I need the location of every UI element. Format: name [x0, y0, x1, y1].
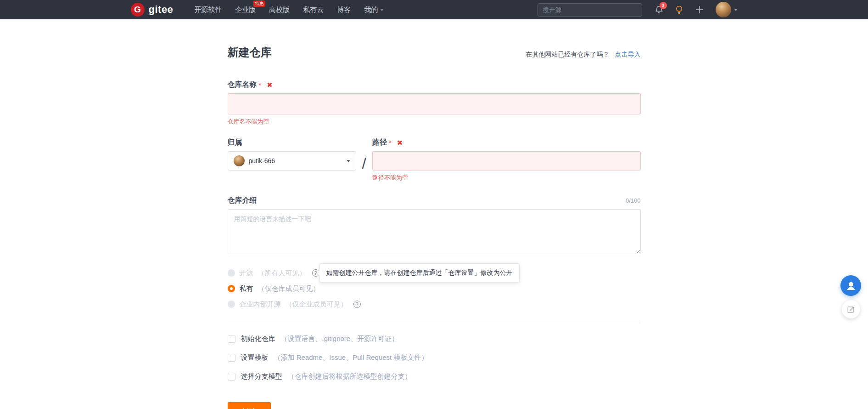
visibility-radio-group: 开源 （所有人可见） ? 如需创建公开仓库，请在创建仓库后通过「仓库设置」修改为… [228, 267, 641, 310]
help-icon[interactable]: ? [353, 301, 361, 308]
chevron-down-icon [347, 160, 350, 162]
path-label: 路径 [372, 138, 387, 148]
path-separator: / [356, 138, 372, 182]
nav-item-private-cloud[interactable]: 私有云 [303, 6, 324, 14]
char-counter: 0/100 [626, 197, 641, 204]
repo-path-input[interactable] [372, 151, 641, 170]
checkbox-hint: （添加 Readme、Issue、Pull Request 模板文件） [274, 353, 428, 362]
checkbox-unchecked-icon[interactable] [228, 373, 235, 381]
visibility-option-private[interactable]: 私有 （仅仓库成员可见） [228, 283, 641, 294]
description-textarea[interactable] [228, 209, 641, 254]
radio-hint: （仅企业成员可见） [286, 300, 347, 309]
lightbulb-button[interactable] [675, 5, 683, 15]
error-x-icon: ✖ [267, 81, 273, 89]
owner-label: 归属 [228, 138, 242, 148]
gitee-logo[interactable]: G gitee [131, 3, 174, 17]
new-repo-form: 新建仓库 在其他网站已经有仓库了吗？ 点击导入 仓库名称 * ✖ 仓库名不能为空… [228, 19, 641, 409]
error-x-icon: ✖ [397, 139, 403, 147]
option-templates: 设置模板 （添加 Readme、Issue、Pull Request 模板文件） [228, 353, 641, 362]
repo-path-error: 路径不能为空 [372, 174, 641, 182]
avatar[interactable] [716, 2, 731, 17]
checkbox-label: 选择分支模型 [241, 372, 282, 381]
nav-item-mine[interactable]: 我的 [364, 6, 384, 14]
required-asterisk: * [389, 139, 392, 147]
search-input[interactable] [538, 3, 642, 17]
radio-unchecked-icon [228, 301, 235, 308]
promo-badge: 特惠 [253, 0, 265, 7]
section-divider [228, 322, 641, 322]
page-title: 新建仓库 [228, 45, 272, 60]
option-branch-model: 选择分支模型 （仓库创建后将根据所选模型创建分支） [228, 372, 641, 381]
chevron-down-icon [380, 9, 384, 11]
brand-name: gitee [149, 4, 174, 16]
checkbox-hint: （设置语言、.gitignore、开源许可证） [281, 335, 399, 343]
customer-service-button[interactable] [840, 275, 861, 296]
edit-icon [846, 305, 855, 314]
person-icon [845, 280, 857, 292]
repo-name-input[interactable] [228, 93, 641, 114]
radio-hint: （仅仓库成员可见） [258, 284, 320, 293]
create-button[interactable]: 创建 [228, 402, 271, 409]
checkbox-unchecked-icon[interactable] [228, 354, 235, 362]
repo-options-group: 初始化仓库 （设置语言、.gitignore、开源许可证） 设置模板 （添加 R… [228, 335, 641, 381]
floating-widgets [840, 275, 861, 318]
visibility-option-internal: 企业内部开源 （仅企业成员可见） ? [228, 299, 641, 310]
nav-item-label: 我的 [364, 6, 378, 14]
import-question: 在其他网站已经有仓库了吗？ [526, 51, 610, 58]
nav-item-education[interactable]: 高校版 [269, 6, 290, 14]
gitee-logo-icon: G [131, 3, 145, 17]
radio-selected-icon[interactable] [228, 285, 235, 292]
radio-label: 企业内部开源 [240, 300, 281, 309]
visibility-option-public: 开源 （所有人可见） ? 如需创建公开仓库，请在创建仓库后通过「仓库设置」修改为… [228, 267, 641, 278]
required-asterisk: * [259, 81, 262, 89]
create-new-button[interactable] [694, 5, 705, 15]
option-init-repo: 初始化仓库 （设置语言、.gitignore、开源许可证） [228, 335, 641, 343]
nav-item-blog[interactable]: 博客 [337, 6, 351, 14]
radio-label: 私有 [240, 284, 253, 293]
notifications-button[interactable]: 3 [655, 5, 664, 14]
lightbulb-icon [675, 5, 683, 15]
nav-item-enterprise[interactable]: 企业版 特惠 [235, 6, 256, 14]
nav-item-label: 企业版 [235, 6, 256, 14]
checkbox-hint: （仓库创建后将根据所选模型创建分支） [288, 372, 412, 381]
repo-name-error: 仓库名不能为空 [228, 118, 641, 126]
checkbox-label: 设置模板 [241, 353, 269, 362]
main-nav: 开源软件 企业版 特惠 高校版 私有云 博客 我的 [194, 6, 384, 14]
checkbox-unchecked-icon[interactable] [228, 335, 235, 343]
chevron-down-icon [734, 9, 738, 11]
visibility-tooltip: 如需创建公开仓库，请在创建仓库后通过「仓库设置」修改为公开 [319, 263, 520, 283]
plus-icon [694, 5, 705, 15]
owner-avatar [234, 155, 245, 166]
checkbox-label: 初始化仓库 [241, 335, 275, 343]
radio-label: 开源 [240, 269, 253, 278]
owner-select[interactable]: putik-666 [228, 151, 356, 170]
user-menu[interactable] [716, 2, 738, 17]
import-link[interactable]: 点击导入 [615, 51, 641, 58]
radio-unchecked-icon [228, 269, 235, 277]
top-navbar: G gitee 开源软件 企业版 特惠 高校版 私有云 博客 我的 [0, 0, 868, 19]
nav-item-opensource[interactable]: 开源软件 [194, 6, 222, 14]
repo-name-label: 仓库名称 [228, 80, 257, 90]
notification-badge: 3 [660, 2, 667, 9]
feedback-button[interactable] [842, 300, 860, 318]
description-label: 仓库介绍 [228, 196, 257, 205]
radio-hint: （所有人可见） [258, 269, 306, 278]
owner-selected-value: putik-666 [249, 157, 275, 165]
